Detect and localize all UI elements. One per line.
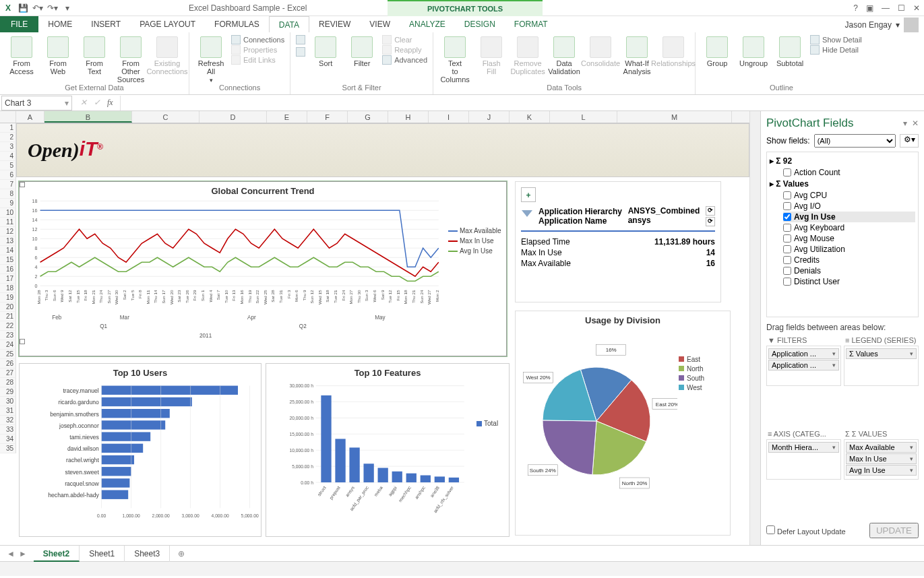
field-avg-mouse[interactable]: Avg Mouse (783, 233, 915, 244)
undo-icon[interactable]: ↶▾ (32, 3, 43, 13)
ribbon-display-icon[interactable]: ▣ (866, 3, 873, 13)
area-legend[interactable]: Σ Values (844, 346, 919, 386)
svg-rect-97 (102, 432, 151, 441)
show-detail-button[interactable]: Show Detail (810, 35, 862, 44)
sort-desc-button[interactable] (296, 47, 305, 57)
field-avg-utilization[interactable]: Avg Utilization (783, 244, 915, 255)
name-box[interactable]: Chart 3▾ (1, 96, 72, 110)
area-values[interactable]: Max AvailableMax In UseAvg In Use (844, 439, 919, 480)
show-fields-label: Show fields: (766, 136, 810, 146)
chart-usage-by-division[interactable]: Usage by Division 16%East 20%North 20%So… (515, 311, 731, 536)
clear-button: Clear (382, 35, 427, 44)
from-web-button[interactable]: FromWeb (42, 35, 74, 75)
svg-text:Sun 27: Sun 27 (106, 290, 111, 303)
hide-detail-button[interactable]: Hide Detail (810, 45, 862, 55)
ungroup-button[interactable]: Ungroup (737, 35, 770, 67)
sort-button[interactable]: Sort (309, 35, 342, 67)
svg-text:david.wilson: david.wilson (67, 445, 99, 452)
enter-formula-icon[interactable]: ✓ (94, 98, 100, 108)
field-credits[interactable]: Credits (783, 255, 915, 265)
redo-icon[interactable]: ↷▾ (47, 3, 58, 13)
field-pill[interactable]: Application ... (768, 348, 839, 359)
pivotchart-fields-pane: PivotChart Fields ▾ ✕ Show fields: (All)… (760, 111, 924, 545)
sheet-tab-sheet1[interactable]: Sheet1 (80, 546, 125, 562)
filter-button[interactable]: Filter (346, 35, 378, 67)
formula-input[interactable] (120, 96, 924, 110)
ribbon-tab-view[interactable]: VIEW (360, 16, 400, 32)
minimize-icon[interactable]: — (882, 3, 890, 13)
field-avg-i-o[interactable]: Avg I/O (783, 201, 915, 212)
field-pill[interactable]: Max Available (846, 442, 917, 453)
field-distinct-user[interactable]: Distinct User (783, 276, 915, 287)
ribbon-tab-page-layout[interactable]: PAGE LAYOUT (130, 16, 205, 32)
user-menu-icon[interactable]: ▾ (896, 20, 900, 30)
field-pill[interactable]: Application ... (768, 360, 839, 371)
cancel-formula-icon[interactable]: ✕ (80, 98, 87, 108)
ribbon-tab-insert[interactable]: INSERT (82, 16, 130, 32)
user-name[interactable]: Jason Engay (845, 20, 892, 30)
worksheet-grid[interactable]: ABCDEFGHIJKLM 12345678910111213141516171… (0, 111, 749, 545)
tab-nav-prev-icon[interactable]: ◄ (7, 549, 15, 558)
filter-toggle-icon[interactable]: ⟳ (706, 206, 715, 216)
chart-top-10-users[interactable]: Top 10 Users tracey.manuelricardo.gardun… (19, 363, 261, 537)
from-text-button[interactable]: FromText (78, 35, 111, 75)
sort-asc-button[interactable] (296, 35, 305, 44)
defer-update-checkbox[interactable]: Defer Layout Update (766, 525, 846, 536)
show-fields-select[interactable]: (All) (814, 134, 896, 148)
pane-close-icon[interactable]: ✕ (912, 119, 919, 128)
ribbon-tab-design[interactable]: DESIGN (455, 16, 505, 32)
save-icon[interactable]: 💾 (18, 3, 28, 13)
field-avg-in-use[interactable]: Avg In Use (783, 212, 915, 222)
field-list[interactable]: ▸ Σ 92Action Count▸ Σ ValuesAvg CPUAvg I… (766, 152, 919, 317)
field-denials[interactable]: Denials (783, 265, 915, 276)
advanced-button[interactable]: Advanced (382, 55, 427, 65)
field-action-count[interactable]: Action Count (783, 167, 915, 178)
svg-text:South 24%: South 24% (530, 468, 556, 474)
from-other-sources-button[interactable]: FromOther Sources (115, 35, 147, 84)
ribbon-tab-analyze[interactable]: ANALYZE (400, 16, 455, 32)
tab-nav-next-icon[interactable]: ► (19, 549, 27, 558)
maximize-icon[interactable]: ☐ (898, 3, 905, 13)
text-to-columns-button[interactable]: Textto Columns (439, 35, 471, 84)
close-icon[interactable]: ✕ (913, 3, 920, 13)
add-icon[interactable]: + (521, 187, 536, 202)
remove-duplicates-button: RemoveDuplicates (512, 35, 544, 75)
qat-customize-icon[interactable]: ▾ (62, 3, 73, 13)
ribbon-tab-formulas[interactable]: FORMULAS (205, 16, 269, 32)
chart-global-concurrent-trend[interactable]: Global Concurrent Trend 024681012141618M… (19, 181, 507, 356)
new-sheet-button[interactable]: ⊕ (170, 549, 193, 558)
field-pill[interactable]: Avg In Use (846, 465, 917, 476)
fx-icon[interactable]: fx (107, 98, 113, 108)
field-avg-cpu[interactable]: Avg CPU (783, 190, 915, 201)
subtotal-button[interactable]: Subtotal (774, 35, 806, 67)
field-pill[interactable]: Month Hiera... (768, 442, 839, 453)
chart-title: Top 10 Users (20, 364, 261, 379)
chart-top-10-features[interactable]: Top 10 Features 0.00 h5,000.00 h10,000.0… (266, 363, 510, 537)
ribbon-tab-review[interactable]: REVIEW (309, 16, 360, 32)
avatar[interactable] (904, 18, 919, 32)
update-button[interactable]: UPDATE (869, 523, 919, 538)
data-validation-button[interactable]: DataValidation (548, 35, 580, 75)
field-avg-keyboard[interactable]: Avg Keyboard (783, 222, 915, 233)
vertical-scrollbar[interactable] (749, 111, 760, 545)
sheet-tab-sheet3[interactable]: Sheet3 (125, 546, 170, 562)
ribbon-tab-home[interactable]: HOME (38, 16, 82, 32)
area-filters[interactable]: Application ...Application ... (766, 346, 841, 386)
filter-toggle-icon[interactable]: ⟳ (706, 217, 715, 226)
area-axis[interactable]: Month Hiera... (766, 439, 841, 480)
svg-rect-101 (102, 455, 134, 464)
field-pill[interactable]: Max In Use (846, 453, 917, 464)
sheet-tab-sheet2[interactable]: Sheet2 (34, 546, 80, 562)
help-icon[interactable]: ? (853, 3, 858, 13)
ribbon-tab-format[interactable]: FORMAT (505, 16, 557, 32)
ribbon-tab-file[interactable]: FILE (0, 16, 38, 32)
field-pill[interactable]: Σ Values (846, 348, 917, 359)
pane-dropdown-icon[interactable]: ▾ (903, 119, 907, 128)
ribbon-tab-data[interactable]: DATA (269, 16, 309, 32)
group-button[interactable]: Group (701, 35, 733, 67)
what-if-analysis-button[interactable]: What-IfAnalysis (621, 35, 653, 75)
gear-icon[interactable]: ⚙▾ (900, 134, 919, 148)
connections-button[interactable]: Connections (231, 35, 284, 44)
refresh-all-button[interactable]: Refresh All▾ (195, 35, 227, 84)
from-access-button[interactable]: FromAccess (5, 35, 38, 75)
